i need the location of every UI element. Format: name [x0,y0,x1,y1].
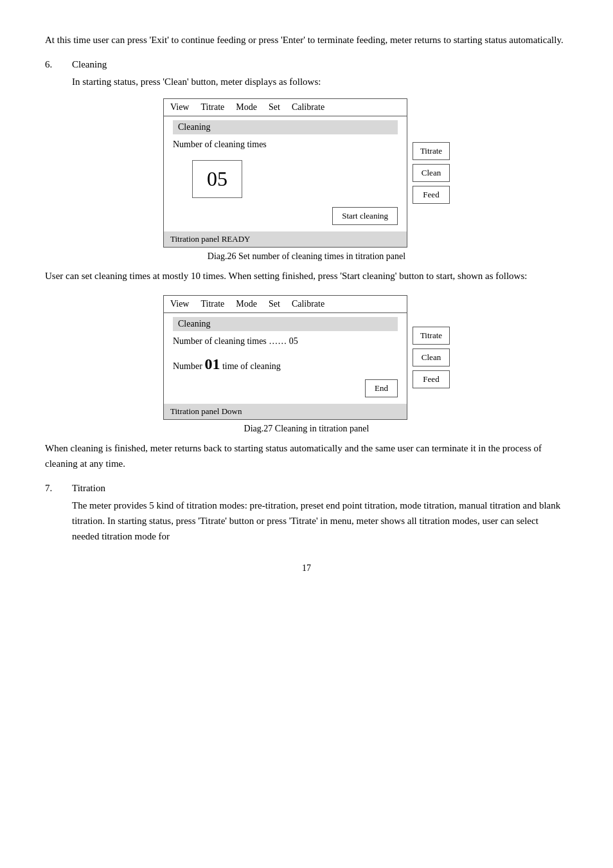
diagram1-menubar: View Titrate Mode Set Calibrate [164,99,407,116]
section6-title: Cleaning [72,59,107,70]
menu-view[interactable]: View [170,102,189,113]
diagram2-menubar: View Titrate Mode Set Calibrate [164,296,407,313]
feed-button-2[interactable]: Feed [413,370,450,388]
section7-number: 7. [45,483,64,494]
diagram1-big-value: 05 [192,160,242,198]
diagram2-content: Cleaning Number of cleaning times …… 05 … [164,313,407,404]
diagram2-button-row: End [173,379,398,397]
diagram1-side-buttons: Titrate Clean Feed [413,98,450,248]
clean-button-1[interactable]: Clean [413,164,450,182]
feed-button-1[interactable]: Feed [413,186,450,204]
diagram2-row1: Number of cleaning times …… 05 [173,336,398,347]
menu-calibrate-2[interactable]: Calibrate [292,299,324,309]
diagram2-container: View Titrate Mode Set Calibrate Cleaning… [45,295,568,420]
titrate-button-2[interactable]: Titrate [413,327,450,345]
diagram2-row2-prefix: Number [173,361,204,371]
desc1: User can set cleaning times at mostly 10… [45,268,568,284]
diagram2-row2-suffix: time of cleaning [220,361,280,371]
section7-title: Titration [72,483,105,494]
diagram1-container: View Titrate Mode Set Calibrate Cleaning… [45,98,568,248]
diagram2-side-buttons: Titrate Clean Feed [413,295,450,420]
end-button[interactable]: End [365,379,398,397]
diagram1-big-value-wrapper: 05 [173,154,398,204]
desc2: When cleaning is finished, meter returns… [45,440,568,471]
diagram1-button-row: Start cleaning [173,207,398,225]
menu-set-2[interactable]: Set [269,299,280,309]
menu-titrate[interactable]: Titrate [200,102,224,113]
menu-set[interactable]: Set [269,102,280,113]
diagram1-caption: Diag.26 Set number of cleaning times in … [45,251,568,262]
menu-calibrate[interactable]: Calibrate [292,102,324,113]
start-cleaning-button[interactable]: Start cleaning [332,207,398,225]
menu-titrate-2[interactable]: Titrate [200,299,224,309]
diagram2-status-bar: Titration panel Down [164,404,407,419]
section7-heading: 7. Titration [45,483,568,494]
diagram2-row2: Number 01 time of cleaning [173,356,398,373]
menu-view-2[interactable]: View [170,299,189,309]
menu-mode-2[interactable]: Mode [236,299,257,309]
diagram2-caption: Diag.27 Cleaning in titration panel [45,424,568,434]
section7-body: The meter provides 5 kind of titration m… [72,498,568,544]
diagram2-big-value: 01 [204,356,220,372]
diagram2-section-label: Cleaning [173,317,398,331]
menu-mode[interactable]: Mode [236,102,257,113]
section6-heading: 6. Cleaning [45,59,568,70]
diagram1-status-bar: Titration panel READY [164,231,407,247]
diagram1-content: Cleaning Number of cleaning times 05 Sta… [164,116,407,231]
section6-number: 6. [45,59,64,70]
intro-paragraph: At this time user can press 'Exit' to co… [45,32,568,48]
diagram2-panel: View Titrate Mode Set Calibrate Cleaning… [163,295,407,420]
section6-intro: In starting status, press 'Clean' button… [72,74,568,89]
diagram2-panel-wrapper: View Titrate Mode Set Calibrate Cleaning… [163,295,450,420]
titrate-button-1[interactable]: Titrate [413,142,450,160]
page-number: 17 [45,563,568,574]
diagram1-panel: View Titrate Mode Set Calibrate Cleaning… [163,98,407,248]
diagram1-row1: Number of cleaning times [173,140,398,150]
diagram1-panel-wrapper: View Titrate Mode Set Calibrate Cleaning… [163,98,450,248]
diagram1-section-label: Cleaning [173,120,398,134]
clean-button-2[interactable]: Clean [413,348,450,366]
